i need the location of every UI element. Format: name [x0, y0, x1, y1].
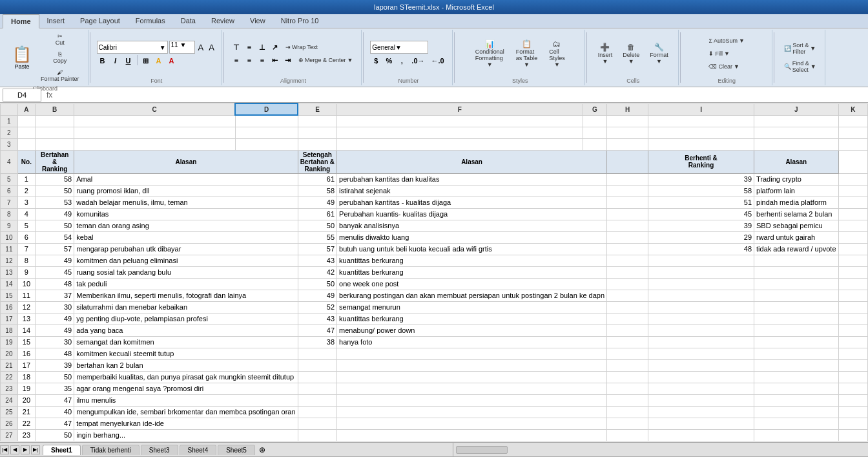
- cell-f21[interactable]: [337, 359, 607, 371]
- cell-i20[interactable]: [648, 348, 754, 359]
- row-header-22[interactable]: 22: [1, 371, 18, 383]
- sort-filter-button[interactable]: 🔃 Sort &Filter ▼: [781, 40, 820, 57]
- sheet-tab-sheet3[interactable]: Sheet3: [141, 445, 178, 455]
- cell-styles-button[interactable]: 🗂 CellStyles ▼: [544, 34, 570, 73]
- scrollbar-thumb[interactable]: [456, 446, 508, 454]
- cell-h27[interactable]: [607, 429, 648, 441]
- row-header-8[interactable]: 8: [1, 208, 18, 220]
- cell-i6[interactable]: 58: [648, 185, 754, 197]
- cell-i17[interactable]: [648, 313, 754, 324]
- font-color-button[interactable]: A: [166, 55, 178, 67]
- cell-b24[interactable]: 47: [36, 394, 74, 406]
- cell-e20[interactable]: [298, 348, 336, 359]
- cell-i14[interactable]: [648, 278, 754, 290]
- tab-formulas[interactable]: Formulas: [128, 14, 173, 28]
- cell-e4[interactable]: SetengahBertahan &Ranking: [298, 150, 336, 173]
- cell-i25[interactable]: [648, 406, 754, 418]
- cell-e9[interactable]: 50: [298, 220, 336, 231]
- sheet-tab-sheet1[interactable]: Sheet1: [43, 445, 81, 455]
- cell-f18[interactable]: menabung/ power down: [337, 324, 607, 336]
- cell-e5[interactable]: 61: [298, 173, 336, 185]
- cell-j18[interactable]: [754, 324, 839, 336]
- sheet-prev-button[interactable]: ◀: [10, 445, 19, 454]
- font-size-dropdown[interactable]: ▼: [180, 41, 186, 48]
- cell-b13[interactable]: 45: [36, 266, 74, 278]
- row-header-26[interactable]: 26: [1, 418, 18, 429]
- cell-f24[interactable]: [337, 394, 607, 406]
- cell-c18[interactable]: ada yang baca: [74, 324, 298, 336]
- cell-h6[interactable]: [607, 185, 648, 197]
- cell-h18[interactable]: [607, 324, 648, 336]
- cell-j2[interactable]: [754, 127, 839, 138]
- conditional-formatting-button[interactable]: 📊 ConditionalFormatting ▼: [471, 34, 509, 73]
- cell-a1[interactable]: [17, 115, 35, 127]
- cell-styles-arrow[interactable]: ▼: [554, 61, 560, 68]
- cell-j8[interactable]: berhenti selama 2 bulan: [754, 208, 839, 220]
- clear-button[interactable]: ⌫ Clear ▼: [705, 61, 742, 72]
- cell-j5[interactable]: Trading crypto: [754, 173, 839, 185]
- cell-j14[interactable]: [754, 278, 839, 290]
- cell-f5[interactable]: perubahan kantitas dan kualitas: [337, 173, 607, 185]
- cell-i23[interactable]: [648, 383, 754, 394]
- cell-i19[interactable]: [648, 336, 754, 348]
- cell-j10[interactable]: rward untuk gairah: [754, 231, 839, 243]
- cell-f23[interactable]: [337, 383, 607, 394]
- row-header-4[interactable]: 4: [1, 150, 18, 173]
- cell-i22[interactable]: [648, 371, 754, 383]
- cell-h2[interactable]: [607, 127, 648, 138]
- wrap-text-button[interactable]: ⇥ Wrap Text: [282, 42, 321, 52]
- format-arrow[interactable]: ▼: [656, 58, 662, 65]
- cell-i24[interactable]: [648, 394, 754, 406]
- cell-b2[interactable]: [36, 127, 74, 138]
- cell-h12[interactable]: [607, 255, 648, 266]
- cell-f17[interactable]: kuantittas berkurang: [337, 313, 607, 324]
- col-header-h[interactable]: H: [607, 103, 648, 115]
- cell-i13[interactable]: [648, 266, 754, 278]
- conditional-formatting-arrow[interactable]: ▼: [487, 61, 493, 68]
- copy-button[interactable]: ⎘ Copy: [37, 49, 83, 66]
- cell-a27[interactable]: 23: [17, 429, 35, 441]
- cell-b17[interactable]: 49: [36, 313, 74, 324]
- delete-button[interactable]: 🗑 Delete ▼: [618, 34, 644, 73]
- cell-e14[interactable]: 50: [298, 278, 336, 290]
- cell-f14[interactable]: one week one post: [337, 278, 607, 290]
- cell-h25[interactable]: [607, 406, 648, 418]
- cell-a21[interactable]: 17: [17, 359, 35, 371]
- cell-k26[interactable]: [838, 418, 867, 429]
- tab-insert[interactable]: Insert: [39, 14, 73, 28]
- cell-j13[interactable]: [754, 266, 839, 278]
- cell-e2[interactable]: [298, 127, 336, 138]
- cell-b9[interactable]: 50: [36, 220, 74, 231]
- align-bottom-button[interactable]: ⊥: [256, 41, 268, 53]
- cell-h21[interactable]: [607, 359, 648, 371]
- cell-j24[interactable]: [754, 394, 839, 406]
- cell-b18[interactable]: 49: [36, 324, 74, 336]
- cell-h8[interactable]: [607, 208, 648, 220]
- number-format-arrow[interactable]: ▼: [395, 44, 402, 51]
- find-select-button[interactable]: 🔍 Find &Select ▼: [781, 58, 820, 75]
- sheet-tab-tidak-berhenti[interactable]: Tidak berhenti: [82, 445, 140, 455]
- format-button[interactable]: 🔧 Format ▼: [645, 34, 673, 73]
- col-header-e[interactable]: E: [298, 103, 336, 115]
- cell-c23[interactable]: agar orang mengenal saya ?promosi diri: [74, 383, 298, 394]
- cell-h11[interactable]: [607, 243, 648, 255]
- cell-j20[interactable]: [754, 348, 839, 359]
- cell-k27[interactable]: [838, 429, 867, 441]
- cell-k13[interactable]: [838, 266, 867, 278]
- cell-e10[interactable]: 55: [298, 231, 336, 243]
- decrease-indent-button[interactable]: ⇤: [269, 54, 281, 66]
- cell-k10[interactable]: [838, 231, 867, 243]
- row-header-7[interactable]: 7: [1, 197, 18, 208]
- cell-h13[interactable]: [607, 266, 648, 278]
- cell-c15[interactable]: Memberikan ilmu, seperti menulis, fotogr…: [74, 290, 298, 301]
- cell-a4[interactable]: No.: [17, 150, 35, 173]
- row-header-13[interactable]: 13: [1, 266, 18, 278]
- decrease-decimal-button[interactable]: ←.0: [429, 55, 447, 67]
- cell-a23[interactable]: 19: [17, 383, 35, 394]
- tab-page-layout[interactable]: Page Layout: [72, 14, 128, 28]
- row-header-11[interactable]: 11: [1, 243, 18, 255]
- cell-b19[interactable]: 30: [36, 336, 74, 348]
- autosum-arrow[interactable]: ▼: [739, 37, 745, 44]
- cell-c11[interactable]: mengarap perubahan utk dibayar: [74, 243, 298, 255]
- cell-c17[interactable]: yg penting diup-vote, pelampiasan profes…: [74, 313, 298, 324]
